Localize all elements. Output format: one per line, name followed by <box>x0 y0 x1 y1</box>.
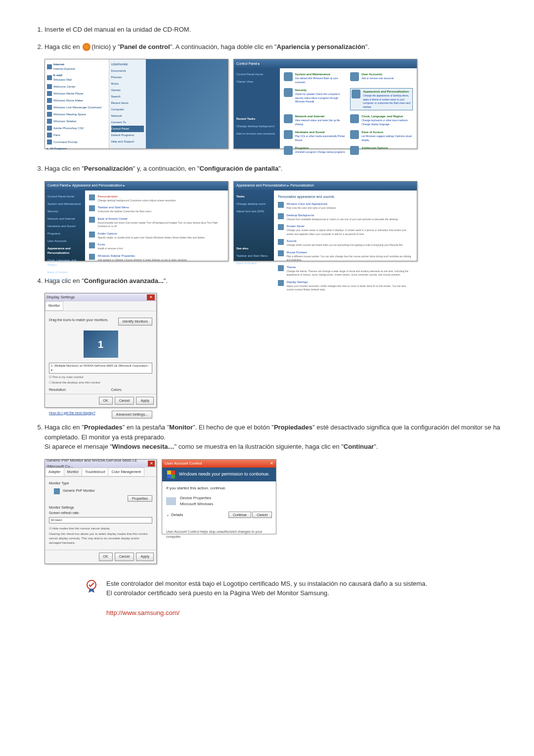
shield-icon <box>167 471 175 478</box>
refresh-select: 60 Hertz <box>49 517 152 523</box>
sm-internet: InternetInternet Explorer <box>47 61 107 72</box>
start-orb-icon <box>83 43 90 51</box>
clock-icon <box>350 114 359 123</box>
sm-welcome: Welcome Center <box>47 83 107 90</box>
ie-icon <box>47 64 52 69</box>
tab-adapter: Adapter <box>45 468 64 477</box>
ok-btn: OK <box>99 553 113 561</box>
cancel-btn: Cancel <box>252 512 272 518</box>
advanced-btn: Advanced Settings... <box>112 411 152 419</box>
certified-icon <box>84 579 99 594</box>
mouse-icon <box>278 250 284 256</box>
chevron-down-icon: ⌄ <box>166 512 170 518</box>
sm-allprogs: ▸ All Programs <box>47 145 107 152</box>
cancel-btn: Cancel <box>115 553 134 561</box>
identify-btn: Identify Monitors <box>118 318 152 326</box>
wlm-icon <box>47 105 52 110</box>
step-3: Haga clic en "Personalización" y, a cont… <box>44 164 504 174</box>
cp-addressbar: Control Panel ▸ <box>234 59 417 68</box>
programs-icon <box>284 146 293 155</box>
monitor-preview: 1 <box>84 331 118 358</box>
sm-cmd: Command Prompt <box>47 139 107 145</box>
sm-photoshop: Adobe Photoshop CS2 <box>47 125 107 132</box>
ss-icon <box>278 224 284 230</box>
screenshot-appearance: Control Panel ▸ Appearance and Personali… <box>44 181 228 261</box>
ps-icon <box>47 126 52 131</box>
screenshot-control-panel: Control Panel ▸ Control Panel Home Class… <box>233 59 417 149</box>
bg-icon <box>278 213 284 219</box>
monitor-icon <box>54 488 60 494</box>
pers-icon <box>89 194 95 200</box>
tab-monitor: Monitor <box>45 301 63 311</box>
wmp-icon <box>47 91 52 96</box>
device-icon <box>166 497 176 505</box>
help-link: How do I get the best display? <box>49 411 95 419</box>
close-icon: ✕ <box>270 461 273 467</box>
wmm-icon <box>47 98 52 103</box>
theme-icon <box>278 265 284 271</box>
screenshot-display-settings: Display Settings ✕ Monitor Drag the icon… <box>44 293 157 408</box>
paint-icon <box>47 133 52 138</box>
network-icon <box>284 114 293 123</box>
monitor-select: 1. (Multiple Monitors) on NVIDIA GeForce… <box>49 363 152 374</box>
ease-icon <box>350 130 359 139</box>
appearance-icon <box>352 90 360 98</box>
meeting-icon <box>47 112 52 117</box>
screenshot-row-4: Generic PnP Monitor and NVIDIA GeForce 6… <box>44 459 504 564</box>
step-4: Haga clic en "Configuración avanzada..."… <box>44 276 504 286</box>
ds-title: Display Settings <box>46 294 75 300</box>
hardware-icon <box>284 130 293 139</box>
additional-icon <box>350 146 359 155</box>
tab-colormgmt: Color Management <box>108 468 144 477</box>
sounds-icon <box>278 239 284 245</box>
close-icon: ✕ <box>147 294 155 300</box>
step-5: Haga clic en "Propiedades" en la pestaña… <box>44 423 504 452</box>
welcome-icon <box>47 84 52 89</box>
sidebar-icon <box>47 119 52 124</box>
step-1: Inserte el CD del manual en la unidad de… <box>44 25 504 35</box>
samsung-link[interactable]: http://www.samsung.com/ <box>106 608 504 618</box>
sm-email: E-mailWindows Mail <box>47 72 107 83</box>
apply-btn: Apply <box>136 553 154 561</box>
step-2: Haga clic en (Inicio) y "Panel de contro… <box>44 42 504 52</box>
uac-title: User Account Control <box>165 461 202 467</box>
screenshot-monitor-props: Generic PnP Monitor and NVIDIA GeForce 6… <box>44 459 157 564</box>
screenshot-personalization: Appearance and Personalization ▸ Persona… <box>233 181 417 261</box>
pers1-addressbar: Control Panel ▸ Appearance and Personali… <box>45 182 228 190</box>
screenshot-start-menu: InternetInternet Explorer E-mailWindows … <box>44 59 228 149</box>
ease-icon <box>89 217 95 223</box>
screenshot-row-1: InternetInternet Explorer E-mailWindows … <box>44 59 504 149</box>
taskbar-icon <box>89 205 95 211</box>
fonts-icon <box>89 242 95 248</box>
cmd-icon <box>47 140 52 144</box>
sm-wmp: Windows Media Player <box>47 90 107 97</box>
display-icon <box>278 280 284 286</box>
step-1-text: Inserte el CD del manual en la unidad de… <box>44 26 191 33</box>
mail-icon <box>47 75 52 80</box>
continue-btn: Continue <box>228 512 251 518</box>
footer-note: Este controlador del monitor está bajo e… <box>84 579 490 598</box>
system-icon <box>284 72 293 81</box>
sm-wlm: Windows Live Messenger Download <box>47 104 107 111</box>
pers2-addressbar: Appearance and Personalization ▸ Persona… <box>234 182 417 190</box>
sm-meeting: Windows Meeting Space <box>47 111 107 118</box>
sidebar-icon <box>89 254 95 260</box>
ok-btn: OK <box>99 397 113 405</box>
security-icon <box>284 88 293 97</box>
tab-troubleshoot: Troubleshoot <box>82 468 109 477</box>
screenshot-row-3: Display Settings ✕ Monitor Drag the icon… <box>44 293 504 408</box>
folder-icon <box>89 232 95 237</box>
screenshot-row-2: Control Panel ▸ Appearance and Personali… <box>44 181 504 261</box>
color-icon <box>278 202 284 208</box>
user-icon <box>350 72 359 81</box>
sm-wmm: Windows Movie Maker <box>47 97 107 104</box>
cancel-btn: Cancel <box>115 397 134 405</box>
screenshot-uac: User Account Control ✕ Windows needs you… <box>162 459 276 534</box>
close-icon: ✕ <box>148 461 155 467</box>
sm-paint: Paint <box>47 132 107 139</box>
sm-ws: Windows Sidebar <box>47 118 107 125</box>
apply-btn: Apply <box>136 397 154 405</box>
properties-btn: Properties <box>128 495 152 502</box>
tab-monitor: Monitor <box>64 468 82 477</box>
